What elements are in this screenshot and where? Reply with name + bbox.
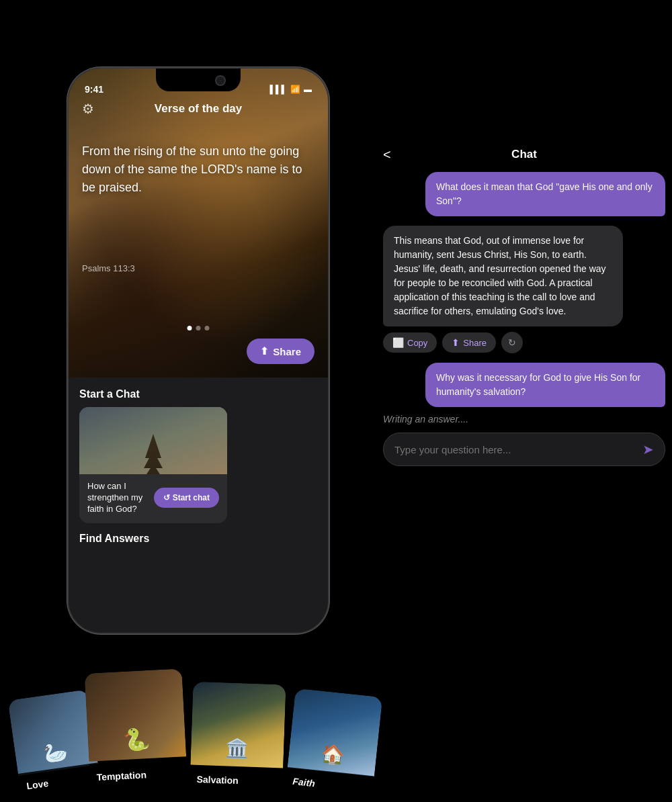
share-button[interactable]: ⬆ Share [247, 339, 314, 364]
message-3-wrapper: Why was it necessary for God to give His… [383, 363, 665, 407]
message-1-wrapper: What does it mean that God "gave His one… [383, 172, 665, 216]
user-message-1: What does it mean that God "gave His one… [425, 172, 665, 216]
ai-message-1: This means that God, out of immense love… [383, 226, 623, 326]
chat-icon: ↺ [163, 493, 170, 502]
share-label: Share [273, 346, 301, 357]
battery-icon: ▬ [304, 85, 312, 94]
chat-back-button[interactable]: < [383, 147, 391, 163]
love-label: Love [26, 778, 49, 791]
faith-card-image [288, 688, 383, 776]
message-2-wrapper: This means that God, out of immense love… [383, 226, 665, 353]
dot-3[interactable] [205, 326, 210, 330]
share-action-button[interactable]: ⬆ Share [442, 332, 496, 353]
chat-title: Chat [511, 148, 537, 161]
writing-status: Writing an answer.... [383, 407, 665, 430]
verse-text: From the rising of the sun unto the goin… [82, 142, 314, 197]
chat-input[interactable] [394, 444, 642, 455]
share-icon: ⬆ [260, 345, 269, 357]
faith-label: Faith [292, 776, 316, 789]
answer-card-salvation[interactable]: Salvation [190, 682, 286, 796]
answer-card-faith[interactable]: Faith [285, 688, 383, 802]
salvation-card-image [190, 682, 286, 768]
settings-icon[interactable]: ⚙ [82, 101, 94, 117]
chat-card-1: How can I strengthen my faith in God? ↺ … [79, 407, 227, 523]
dot-1[interactable] [187, 326, 192, 330]
refresh-button[interactable]: ↻ [501, 332, 523, 353]
phone-screen: 9:41 ▌▌▌ 📶 ▬ ⚙ Verse of the day From the… [69, 69, 328, 633]
phone-mockup: 9:41 ▌▌▌ 📶 ▬ ⚙ Verse of the day From the… [67, 67, 329, 634]
dot-2[interactable] [196, 326, 201, 330]
copy-label: Copy [407, 338, 427, 348]
find-answers-title: Find Answers [69, 523, 328, 551]
message-actions: ⬜ Copy ⬆ Share ↻ [383, 332, 523, 353]
answer-cards-container: Love Temptation Salvation Faith [0, 654, 484, 802]
start-chat-title: Start a Chat [69, 377, 328, 407]
start-chat-button[interactable]: ↺ Start chat [154, 488, 219, 508]
verse-hero: ⚙ Verse of the day From the rising of th… [69, 69, 328, 377]
verse-title: Verse of the day [155, 102, 242, 116]
phone-shell: 9:41 ▌▌▌ 📶 ▬ ⚙ Verse of the day From the… [67, 67, 329, 634]
carousel-dots [187, 326, 210, 330]
copy-button[interactable]: ⬜ Copy [383, 332, 437, 353]
chat-input-area: ➤ [383, 433, 665, 466]
phone-lower-content: Start a Chat How can I strengthen my fai… [69, 377, 328, 633]
chat-messages: What does it mean that God "gave His one… [383, 172, 665, 407]
temptation-card-image [85, 668, 187, 762]
temptation-label: Temptation [96, 769, 146, 783]
send-icon: ➤ [642, 441, 654, 457]
chat-cards-row: How can I strengthen my faith in God? ↺ … [69, 407, 328, 523]
salvation-card-footer: Salvation [190, 766, 283, 796]
salvation-label: Salvation [196, 774, 239, 786]
love-card-image [8, 689, 98, 775]
phone-notch [156, 69, 241, 91]
send-button[interactable]: ➤ [642, 441, 654, 457]
tree-decoration [140, 434, 167, 474]
verse-reference: Psalms 113:3 [82, 263, 135, 273]
refresh-icon: ↻ [508, 337, 516, 348]
chat-header: < Chat [383, 141, 665, 172]
start-chat-label: Start chat [173, 493, 210, 502]
user-message-2: Why was it necessary for God to give His… [425, 363, 665, 407]
share-action-icon: ⬆ [452, 337, 460, 348]
chat-card-question: How can I strengthen my faith in God? [87, 481, 149, 515]
copy-icon: ⬜ [392, 337, 404, 348]
wifi-icon: 📶 [290, 85, 300, 94]
chat-card-image [79, 407, 227, 474]
status-time: 9:41 [85, 84, 103, 95]
chat-card-body: How can I strengthen my faith in God? ↺ … [79, 474, 227, 523]
signal-icon: ▌▌▌ [269, 85, 287, 94]
temptation-card-footer: Temptation [89, 759, 188, 791]
verse-header: ⚙ Verse of the day [69, 102, 328, 116]
answer-card-temptation[interactable]: Temptation [85, 668, 188, 791]
chat-panel: < Chat What does it mean that God "gave … [383, 141, 665, 466]
status-icons: ▌▌▌ 📶 ▬ [269, 85, 312, 94]
share-action-label: Share [463, 338, 487, 348]
